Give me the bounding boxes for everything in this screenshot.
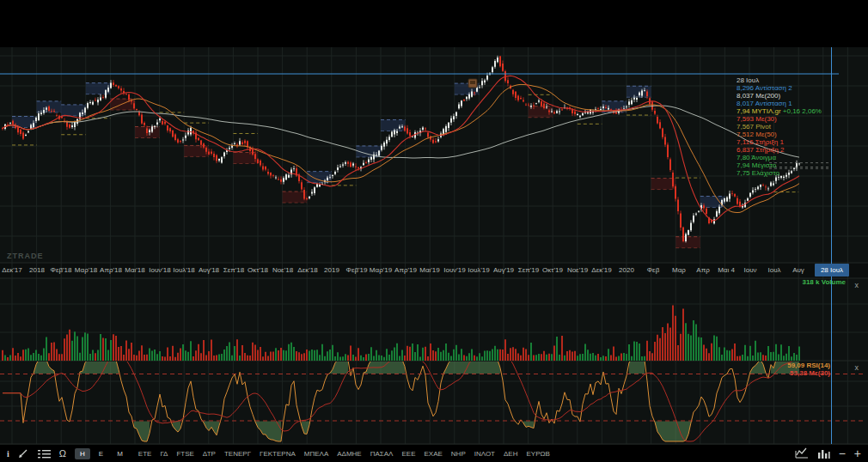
rsi-indicator-label: 59,09 RSI(14) xyxy=(787,362,830,369)
rsi-pane-labels: 59,09 RSI(14)53,38 Με(30) xyxy=(787,362,830,377)
x-axis-tick: 2019 xyxy=(324,266,339,274)
ticker-ΕΤΕ[interactable]: ΕΤΕ xyxy=(138,450,152,458)
x-axis-tick: Δεκ'19 xyxy=(591,266,611,274)
ticker-ΓΔ[interactable]: ΓΔ xyxy=(160,450,168,458)
platform-watermark: ZTRADE xyxy=(7,252,44,260)
toolbar-right-icons: − + xyxy=(795,444,861,462)
zoom-out-icon[interactable]: − xyxy=(839,447,846,460)
x-axis-tick: Φεβ xyxy=(647,266,660,274)
compare-omega-icon[interactable]: Ω xyxy=(59,448,66,459)
ticker-ΔΕΗ[interactable]: ΔΕΗ xyxy=(504,450,517,458)
ticker-ΕΥΡΩΒ[interactable]: ΕΥΡΩΒ xyxy=(526,450,549,458)
x-axis-tick: Απρ xyxy=(696,266,709,274)
ticker-ΑΔΜΗΕ[interactable]: ΑΔΜΗΕ xyxy=(337,450,361,458)
zoom-in-icon[interactable]: + xyxy=(854,447,861,460)
line-chart-icon[interactable] xyxy=(795,447,809,459)
legend-item-high-value: 7,94 Μέγιστο xyxy=(737,161,822,169)
legend-item-symbol-quote: 7,94 ΜΥΤΙΛ.gr +0,16 2,06% xyxy=(737,107,822,115)
x-axis-tick: Σεπ'18 xyxy=(223,266,244,274)
x-axis-tick: Αυγ xyxy=(792,266,804,274)
legend-item-hover-date: 28 Ιουλ xyxy=(737,76,822,84)
legend-item-pivot-value: 7,567 Pivot xyxy=(737,123,822,131)
x-axis-tick: Μαι'19 xyxy=(419,266,440,274)
x-axis-tick: Οκτ'18 xyxy=(248,266,268,274)
ticker-shortcuts: ΕΤΕΓΔFTSEΔΤΡΤΕΝΕΡΓΓΕΚΤΕΡΝΑΜΠΕΛΑΑΔΜΗΕΠΑΣΑ… xyxy=(138,450,550,458)
x-axis-tick: Απρ'18 xyxy=(100,266,122,274)
crosshair-date-badge: 28 Ιουλ xyxy=(815,264,849,277)
legend-item-support-1: 7,116 Στήριξη 1 xyxy=(737,138,822,146)
ticker-ΤΕΝΕΡΓ[interactable]: ΤΕΝΕΡΓ xyxy=(224,450,251,458)
x-axis-tick: Ιουν'18 xyxy=(149,266,170,274)
rsi-indicator-label: 53,38 Με(30) xyxy=(787,369,830,377)
x-axis-tick: Αυγ'19 xyxy=(493,266,514,274)
price-chart-canvas[interactable] xyxy=(0,0,868,462)
x-axis-tick: Φεβ'19 xyxy=(346,266,368,274)
ticker-ΠΑΣΑΛ[interactable]: ΠΑΣΑΛ xyxy=(370,450,394,458)
x-axis-tick: Ιουλ xyxy=(767,266,780,274)
volume-pane-close-icon[interactable]: x xyxy=(855,282,859,289)
ticker-ΙΝΛΟΤ[interactable]: ΙΝΛΟΤ xyxy=(474,450,495,458)
ticker-ΓΕΚΤΕΡΝΑ[interactable]: ΓΕΚΤΕΡΝΑ xyxy=(260,450,296,458)
ticker-ΕΕΕ[interactable]: ΕΕΕ xyxy=(401,450,415,458)
legend-item-open-value: 7,80 Άνοιγμα xyxy=(737,154,822,161)
x-axis-tick: Φεβ'18 xyxy=(51,266,72,274)
x-axis-tick: Μαρ'19 xyxy=(370,266,392,274)
legend-item-resistance-2: 8,296 Αντίσταση 2 xyxy=(737,84,822,92)
ticker-ΔΤΡ[interactable]: ΔΤΡ xyxy=(203,450,216,458)
x-axis-tick: Αυγ'18 xyxy=(199,266,219,274)
x-axis-tick: Σεπ'19 xyxy=(518,266,539,274)
x-axis-tick: Ιουλ'19 xyxy=(468,266,489,274)
timeframe-group: ΗΕΜ xyxy=(75,448,128,459)
timeframe-Ε[interactable]: Ε xyxy=(94,448,108,459)
x-axis-tick: 2018 xyxy=(29,266,45,274)
bottom-toolbar: i Ω ΗΕΜ ΕΤΕΓΔFTSEΔΤΡΤΕΝΕΡΓΓΕΚΤΕΡΝΑΜΠΕΛΑΑ… xyxy=(0,444,868,462)
x-axis-tick: Ιουν'19 xyxy=(443,266,465,274)
volume-pane-title: 318 k Volume xyxy=(802,278,846,286)
event-marker[interactable] xyxy=(468,79,477,88)
legend-item-ma30-value: 7,593 Με(30) xyxy=(737,115,822,123)
ticker-ΕΧΑΕ[interactable]: ΕΧΑΕ xyxy=(424,450,442,458)
indicators-icon[interactable] xyxy=(38,449,51,459)
ticker-ΜΠΕΛΑ[interactable]: ΜΠΕΛΑ xyxy=(304,450,328,458)
x-axis-tick: Νοε'18 xyxy=(272,266,293,274)
legend-item-support-2: 6,837 Στήριξη 2 xyxy=(737,146,822,154)
timeframe-Η[interactable]: Η xyxy=(75,448,90,459)
chart-legend: 28 Ιουλ8,296 Αντίσταση 28,037 Με(200)8,0… xyxy=(737,76,822,177)
draw-icon[interactable] xyxy=(18,448,29,459)
ticker-FTSE[interactable]: FTSE xyxy=(176,450,193,458)
x-axis-tick: Οκτ'19 xyxy=(542,266,563,274)
date-axis[interactable]: 28 Ιουλ Δεκ'172018Φεβ'18Μαρ'18Απρ'18Μαι'… xyxy=(0,263,868,278)
legend-item-ma50-value: 7,512 Με(50) xyxy=(737,131,822,138)
timeframe-Μ[interactable]: Μ xyxy=(112,448,128,459)
legend-item-low-value: 7,75 Ελάχιστο xyxy=(737,169,822,177)
x-axis-tick: Νοε'19 xyxy=(567,266,588,274)
rsi-pane-close-icon[interactable]: x xyxy=(855,364,859,371)
x-axis-tick: Ιουλ'18 xyxy=(173,266,194,274)
x-axis-tick: Ιουν xyxy=(743,266,756,274)
x-axis-tick: Μαι 4 xyxy=(718,266,735,274)
bar-chart-icon[interactable] xyxy=(817,448,830,459)
x-axis-tick: Δεκ'18 xyxy=(297,266,317,274)
x-axis-tick: 2020 xyxy=(619,266,634,274)
legend-item-ma200-value: 8,037 Με(200) xyxy=(737,92,822,100)
chart-application: 28 Ιουλ8,296 Αντίσταση 28,037 Με(200)8,0… xyxy=(0,0,868,462)
x-axis-tick: Μαρ xyxy=(672,266,686,274)
legend-item-resistance-1: 8,017 Αντίσταση 1 xyxy=(737,100,822,107)
x-axis-tick: Μαρ'18 xyxy=(75,266,97,274)
x-axis-tick: Μαι'18 xyxy=(125,266,145,274)
x-axis-tick: Δεκ'17 xyxy=(2,266,21,274)
x-axis-tick: Απρ'19 xyxy=(394,266,417,274)
info-icon[interactable]: i xyxy=(7,449,9,459)
ticker-ΝΗΡ[interactable]: ΝΗΡ xyxy=(451,450,466,458)
